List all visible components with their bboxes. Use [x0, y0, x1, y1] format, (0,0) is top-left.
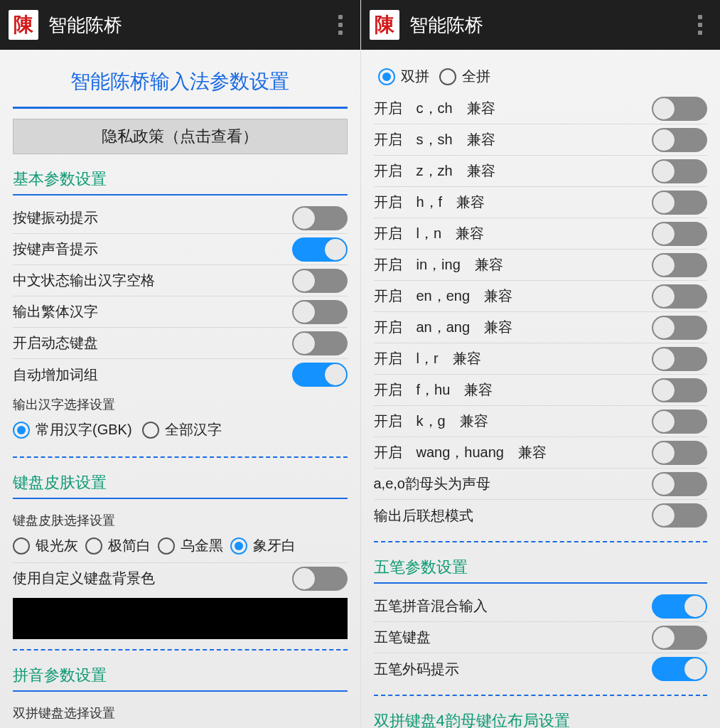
compat-row-0-toggle[interactable]	[652, 97, 707, 121]
divider-dashed	[374, 541, 708, 542]
compat-row-4-toggle[interactable]	[652, 222, 707, 246]
compat-row-8-label: 开启 l，r 兼容	[374, 349, 481, 368]
wubi-row-0-label: 五笔拼音混合输入	[374, 596, 488, 616]
compat-row-0: 开启 c，ch 兼容	[374, 93, 708, 124]
basic-row-2-label: 中文状态输出汉字空格	[13, 271, 155, 290]
pinyin-mode-radio-1[interactable]: 全拼	[439, 67, 490, 86]
basic-row-3: 输出繁体汉字	[13, 296, 348, 328]
app-title: 智能陈桥	[409, 13, 689, 38]
section-sp-layout-header: 双拼键盘4韵母键位布局设置	[374, 706, 708, 728]
titlebar: 陳 智能陈桥	[361, 0, 721, 50]
compat-row-5-label: 开启 in，ing 兼容	[374, 255, 503, 274]
pinyin-mode-radio-1-label: 全拼	[462, 67, 490, 86]
compat-row-10-toggle[interactable]	[652, 410, 707, 434]
hanzi-radio-0-label: 常用汉字(GBK)	[36, 420, 132, 439]
skin-radio-0-label: 银光灰	[36, 536, 78, 555]
compat-row-8-toggle[interactable]	[652, 347, 707, 371]
compat-row-9: 开启 f，hu 兼容	[374, 375, 708, 406]
skin-radio-1[interactable]: 极简白	[85, 536, 151, 555]
right-content: 双拼全拼 开启 c，ch 兼容开启 s，sh 兼容开启 z，zh 兼容开启 h，…	[361, 50, 721, 728]
wubi-row-2-toggle[interactable]	[652, 657, 707, 681]
compat-row-5-toggle[interactable]	[652, 253, 707, 277]
skin-radio-3-label: 象牙白	[253, 536, 296, 555]
compat-row-8: 开启 l，r 兼容	[374, 343, 708, 375]
compat-row-1: 开启 s，sh 兼容	[374, 124, 708, 156]
pinyin-mode-radio-0[interactable]: 双拼	[378, 67, 429, 86]
wubi-row-2: 五笔外码提示	[374, 653, 708, 685]
compat-row-11-toggle[interactable]	[652, 441, 707, 465]
wubi-row-2-label: 五笔外码提示	[374, 660, 459, 679]
compat-row-1-toggle[interactable]	[652, 128, 707, 152]
compat-row-11-label: 开启 wang，huang 兼容	[374, 443, 547, 462]
compat-row-3: 开启 h，f 兼容	[374, 187, 708, 218]
app-title: 智能陈桥	[48, 13, 329, 38]
wubi-row-0-toggle[interactable]	[652, 594, 707, 619]
basic-row-4-label: 开启动态键盘	[13, 333, 98, 353]
divider	[374, 582, 708, 584]
compat-row-13-label: 输出后联想模式	[374, 506, 473, 525]
wubi-row-1: 五笔键盘	[374, 622, 708, 653]
custom-bg-toggle[interactable]	[292, 567, 348, 591]
divider-dashed	[13, 649, 348, 651]
compat-row-9-label: 开启 f，hu 兼容	[374, 380, 493, 400]
divider	[13, 690, 348, 692]
compat-row-7-label: 开启 an，ang 兼容	[374, 318, 513, 337]
custom-bg-color-preview[interactable]	[13, 598, 348, 639]
compat-row-13-toggle[interactable]	[652, 503, 707, 528]
privacy-button[interactable]: 隐私政策（点击查看）	[13, 119, 348, 154]
basic-row-0: 按键振动提示	[13, 203, 348, 234]
right-screen: 陳 智能陈桥 双拼全拼 开启 c，ch 兼容开启 s，sh 兼容开启 z，zh …	[360, 0, 721, 728]
basic-row-1-label: 按键声音提示	[13, 240, 98, 259]
basic-row-5-label: 自动增加词组	[13, 365, 98, 385]
app-icon: 陳	[9, 10, 38, 40]
compat-row-2-toggle[interactable]	[652, 159, 707, 183]
left-content: 智能陈桥输入法参数设置 隐私政策（点击查看） 基本参数设置 按键振动提示按键声音…	[0, 50, 360, 728]
shuangpin-sub-label: 双拼键盘选择设置	[13, 699, 348, 724]
basic-row-3-toggle[interactable]	[292, 300, 348, 324]
basic-row-0-label: 按键振动提示	[13, 208, 98, 228]
skin-radio-2[interactable]: 乌金黑	[158, 536, 223, 555]
hanzi-radio-0[interactable]: 常用汉字(GBK)	[13, 420, 132, 439]
app-icon: 陳	[370, 10, 399, 40]
compat-row-4-label: 开启 l，n 兼容	[374, 224, 485, 243]
basic-row-2-toggle[interactable]	[292, 269, 348, 293]
compat-row-13: 输出后联想模式	[374, 500, 708, 531]
compat-row-1-label: 开启 s，sh 兼容	[374, 130, 495, 149]
compat-row-6-toggle[interactable]	[652, 284, 707, 309]
app-icon-glyph: 陳	[14, 11, 33, 38]
compat-row-7-toggle[interactable]	[652, 316, 707, 340]
app-icon-glyph: 陳	[375, 11, 394, 38]
overflow-menu-icon[interactable]	[689, 11, 711, 39]
compat-row-11: 开启 wang，huang 兼容	[374, 437, 708, 469]
skin-radio-1-label: 极简白	[108, 536, 151, 555]
compat-row-2-label: 开启 z，zh 兼容	[374, 161, 495, 181]
basic-row-4-toggle[interactable]	[292, 331, 348, 355]
divider-dashed	[13, 456, 348, 458]
compat-row-5: 开启 in，ing 兼容	[374, 250, 708, 281]
compat-row-0-label: 开启 c，ch 兼容	[374, 99, 495, 118]
section-wubi-header: 五笔参数设置	[374, 552, 708, 579]
skin-radio-0[interactable]: 银光灰	[13, 536, 78, 555]
basic-row-1-toggle[interactable]	[292, 237, 348, 262]
compat-row-12: a,e,o韵母头为声母	[374, 469, 708, 500]
basic-row-4: 开启动态键盘	[13, 328, 348, 359]
compat-row-3-toggle[interactable]	[652, 191, 707, 215]
overflow-menu-icon[interactable]	[329, 11, 352, 39]
basic-row-2: 中文状态输出汉字空格	[13, 265, 348, 296]
basic-row-5-toggle[interactable]	[292, 363, 348, 387]
compat-row-9-toggle[interactable]	[652, 378, 707, 402]
compat-row-12-toggle[interactable]	[652, 472, 707, 496]
divider-dashed	[374, 695, 708, 696]
compat-row-3-label: 开启 h，f 兼容	[374, 193, 485, 212]
basic-row-0-toggle[interactable]	[292, 206, 348, 230]
section-pinyin-header: 拼音参数设置	[13, 660, 348, 687]
skin-radio-3[interactable]: 象牙白	[230, 536, 296, 555]
wubi-row-1-toggle[interactable]	[652, 626, 707, 650]
custom-bg-row: 使用自定义键盘背景色	[13, 562, 348, 594]
hanzi-radio-1-label: 全部汉字	[165, 420, 222, 439]
hanzi-radio-1[interactable]: 全部汉字	[142, 420, 222, 439]
hanzi-radio-group: 常用汉字(GBK)全部汉字	[13, 416, 348, 446]
compat-row-10: 开启 k，g 兼容	[374, 406, 708, 437]
wubi-row-1-label: 五笔键盘	[374, 628, 431, 647]
hanzi-sub-label: 输出汉字选择设置	[13, 390, 348, 416]
